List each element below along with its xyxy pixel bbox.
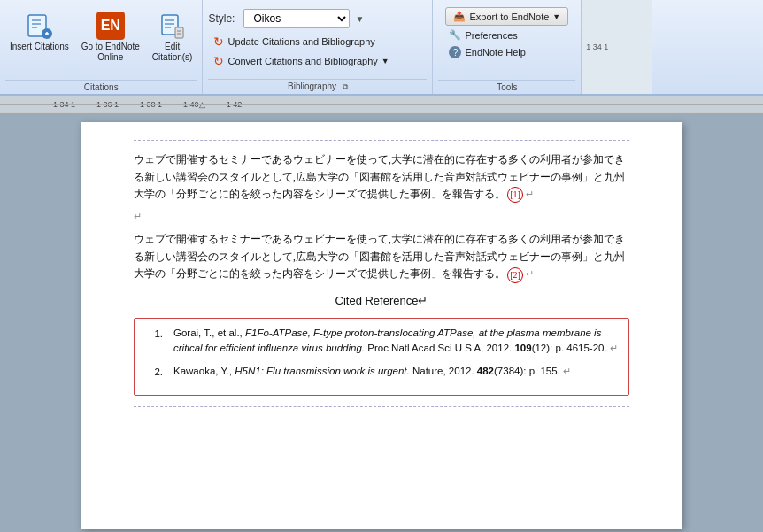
insert-citations-label: Insert Citations bbox=[10, 42, 69, 52]
reference-2: 2. Kawaoka, Y., H5N1: Flu transmission w… bbox=[145, 364, 618, 380]
preferences-button[interactable]: 🔧 Preferences bbox=[445, 27, 568, 42]
update-citations-label: Update Citations and Bibliography bbox=[227, 36, 374, 47]
paragraph-2: ウェブで開催するセミナーであるウェビナーを使って,大学に潜在的に存在する多くの利… bbox=[134, 231, 629, 283]
preferences-label: Preferences bbox=[465, 30, 517, 41]
citation-1: [1] bbox=[507, 187, 523, 203]
style-select[interactable]: Oikos bbox=[243, 9, 350, 28]
edit-citations-label: EditCitation(s) bbox=[152, 42, 193, 63]
export-to-endnote-button[interactable]: 📤 Export to EndNote ▼ bbox=[445, 7, 568, 26]
ribbon: Insert Citations EN Go to EndNoteOnline bbox=[0, 0, 763, 96]
update-icon: ↻ bbox=[213, 35, 224, 49]
convert-citations-button[interactable]: ↻ Convert Citations and Bibliography ▼ bbox=[208, 51, 427, 71]
document-page: ウェブで開催するセミナーであるウェビナーを使って,大学に潜在的に存在する多くの利… bbox=[81, 122, 682, 529]
references-box: 1. Gorai, T., et al., F1Fo-ATPase, F-typ… bbox=[134, 318, 629, 396]
citations-group: Insert Citations EN Go to EndNoteOnline bbox=[0, 0, 203, 94]
bibliography-group: Style: Oikos ▼ ↻ Update Citations and Bi… bbox=[203, 0, 433, 94]
pilcrow-2: ↵ bbox=[523, 268, 534, 279]
pilcrow-1: ↵ bbox=[523, 189, 534, 199]
citation-2: [2] bbox=[507, 267, 523, 283]
go-to-endnote-online-button[interactable]: EN Go to EndNoteOnline bbox=[77, 7, 144, 66]
edit-citations-button[interactable]: EditCitation(s) bbox=[148, 7, 197, 66]
export-dropdown-icon: ▼ bbox=[552, 12, 560, 21]
endnote-online-icon: EN bbox=[95, 10, 127, 42]
tools-group-label: Tools bbox=[438, 80, 575, 94]
top-margin-line bbox=[134, 140, 629, 141]
tools-group: 📤 Export to EndNote ▼ 🔧 Preferences ? En… bbox=[433, 0, 582, 94]
insert-citations-icon bbox=[23, 10, 55, 42]
dropdown-arrow-icon: ▼ bbox=[355, 14, 364, 24]
reference-1: 1. Gorai, T., et al., F1Fo-ATPase, F-typ… bbox=[145, 326, 618, 358]
ref-2-content: Kawaoka, Y., H5N1: Flu transmission work… bbox=[173, 364, 618, 380]
svg-rect-11 bbox=[175, 27, 183, 38]
tools-buttons: 📤 Export to EndNote ▼ 🔧 Preferences ? En… bbox=[438, 4, 575, 64]
help-icon: ? bbox=[449, 46, 461, 58]
style-label: Style: bbox=[208, 12, 235, 25]
endnote-online-label: Go to EndNoteOnline bbox=[81, 42, 140, 63]
bibliography-group-label: Bibliography ⧉ bbox=[208, 79, 427, 94]
citations-buttons-row: Insert Citations EN Go to EndNoteOnline bbox=[5, 4, 197, 80]
ruler-right: 1 34 1 bbox=[582, 0, 652, 94]
edit-citations-icon bbox=[157, 10, 189, 42]
insert-citations-button[interactable]: Insert Citations bbox=[5, 7, 73, 55]
convert-citations-label: Convert Citations and Bibliography bbox=[227, 56, 377, 66]
bottom-margin-line bbox=[134, 406, 629, 407]
export-icon: 📤 bbox=[453, 11, 466, 22]
document-area: ウェブで開催するセミナーであるウェビナーを使って,大学に潜在的に存在する多くの利… bbox=[0, 113, 763, 532]
preferences-icon: 🔧 bbox=[449, 29, 461, 41]
update-citations-button[interactable]: ↻ Update Citations and Bibliography bbox=[208, 32, 427, 51]
paragraph-1: ウェブで開催するセミナーであるウェビナーを使って,大学に潜在的に存在する多くの利… bbox=[134, 151, 629, 204]
ref-section-title: Cited Reference↵ bbox=[134, 292, 629, 311]
ref-1-num: 1. bbox=[145, 326, 163, 358]
ref-1-content: Gorai, T., et al., F1Fo-ATPase, F-type p… bbox=[173, 326, 618, 358]
ref-2-num: 2. bbox=[145, 364, 163, 380]
citations-group-label: Citations bbox=[5, 80, 197, 94]
help-label: EndNote Help bbox=[465, 47, 526, 58]
convert-icon: ↻ bbox=[213, 54, 224, 68]
endnote-help-button[interactable]: ? EndNote Help bbox=[445, 44, 568, 60]
paragraph-break-1: ↵ bbox=[134, 209, 629, 225]
export-label: Export to EndNote bbox=[469, 12, 549, 22]
convert-dropdown-icon: ▼ bbox=[382, 57, 389, 66]
ruler: 1 34 1 1 36 1 1 38 1 1 40△ 1 42 bbox=[0, 96, 763, 113]
